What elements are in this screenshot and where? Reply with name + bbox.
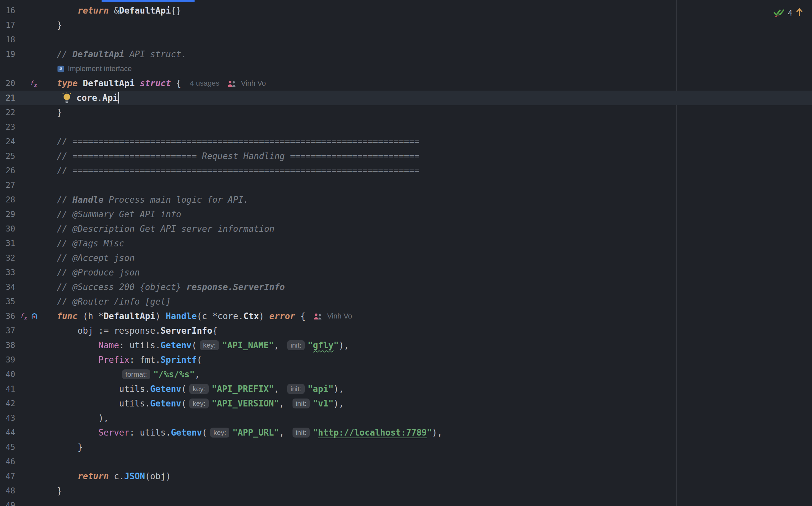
comment-token: // @Description Get API server informati… [57,224,274,234]
code-line[interactable]: 39 Prefix: fmt.Sprintf( [0,352,812,367]
code-line[interactable]: 40 format:"/%s/%s", [0,367,812,382]
code-text: format:"/%s/%s", [57,369,200,380]
line-number[interactable]: 26 [0,163,15,178]
function-token: Getenv [150,399,181,408]
gutter-icons: fx [18,76,39,91]
code-line[interactable]: 34// @Success 200 {object} response.Serv… [0,280,812,294]
code-text: } [57,20,62,30]
code-text: obj := response.ServerInfo{ [57,326,217,336]
line-number[interactable]: 25 [0,149,15,163]
code-line[interactable]: 32// @Accept json [0,251,812,265]
line-number[interactable]: 40 [0,367,15,382]
code-line[interactable]: 19// DefaultApi API struct. [0,47,812,62]
code-line[interactable]: 36fxfunc (h *DefaultApi) Handle(c *core.… [0,309,812,323]
comment-token: // [57,195,72,205]
implements-gutter-icon[interactable] [30,312,39,320]
line-number[interactable]: 16 [0,3,15,18]
line-number[interactable]: 33 [0,265,15,280]
line-number[interactable]: 43 [0,411,15,425]
line-number[interactable]: 49 [0,498,15,506]
line-number[interactable]: 18 [0,32,15,47]
line-number[interactable]: 37 [0,323,15,338]
code-line[interactable]: 23 [0,120,812,134]
code-text: Server: utils.Getenv(key:"APP_URL", init… [57,428,442,437]
line-number[interactable]: 31 [0,236,15,251]
code-token: , [279,428,289,437]
line-number[interactable]: 48 [0,484,15,498]
line-number[interactable]: 30 [0,222,15,236]
code-line[interactable]: 22} [0,105,812,120]
code-line[interactable]: 33// @Produce json [0,265,812,280]
author-inlay-hint[interactable]: Vinh Vo [327,312,352,321]
line-number[interactable]: 45 [0,440,15,454]
string-token: " [334,340,339,350]
function-gutter-icon[interactable]: fx [19,312,28,321]
line-number[interactable]: 38 [0,338,15,352]
code-line[interactable]: 41 utils.Getenv(key:"API_PREFIX", init:"… [0,382,812,396]
code-editor: 16 return &DefaultApi{}17}1819// Default… [0,0,812,506]
line-number[interactable]: 34 [0,280,15,294]
code-token: ( [197,355,202,365]
code-line[interactable]: 25// ======================== Request Ha… [0,149,812,163]
code-line[interactable]: 37 obj := response.ServerInfo{ [0,323,812,338]
line-number[interactable]: 36 [0,309,15,323]
code-line[interactable]: 46 [0,454,812,469]
line-number[interactable] [0,62,15,76]
code-line[interactable]: 17} [0,18,812,32]
intention-bulb-icon[interactable] [62,92,72,104]
line-number[interactable]: 27 [0,178,15,192]
line-number[interactable]: 20 [0,76,15,91]
inspections-widget[interactable]: 4 [773,7,804,18]
author-inlay-hint[interactable]: Vinh Vo [241,79,266,88]
code-line[interactable]: 26// ===================================… [0,163,812,178]
code-line[interactable]: 43 ), [0,411,812,425]
code-line[interactable]: 44 Server: utils.Getenv(key:"APP_URL", i… [0,425,812,440]
line-number[interactable]: 28 [0,192,15,207]
line-number[interactable]: 46 [0,454,15,469]
line-number[interactable]: 39 [0,352,15,367]
code-line[interactable]: 45 } [0,440,812,454]
code-text: return c.JSON(obj) [57,471,171,481]
line-number[interactable]: 35 [0,294,15,309]
code-line[interactable]: 20fxtype DefaultApi struct {4 usagesVinh… [0,76,812,91]
line-number[interactable]: 22 [0,105,15,120]
comment-token: // ======================== Request Hand… [57,151,420,161]
line-number[interactable]: 32 [0,251,15,265]
line-number[interactable]: 47 [0,469,15,484]
implement-interface-icon[interactable] [57,65,65,73]
code-line[interactable]: 27 [0,178,812,192]
code-line[interactable]: 24// ===================================… [0,134,812,149]
code-token: , [274,384,284,394]
code-line[interactable]: 30// @Description Get API server informa… [0,222,812,236]
usages-inlay-hint[interactable]: 4 usages [190,79,219,88]
line-number[interactable]: 42 [0,396,15,411]
code-line[interactable]: 48} [0,484,812,498]
author-people-icon [227,80,236,87]
code-line[interactable]: 35// @Router /info [get] [0,294,812,309]
line-number[interactable]: 29 [0,207,15,222]
code-line[interactable]: 47 return c.JSON(obj) [0,469,812,484]
code-vision-hint[interactable]: Implement interface [68,65,132,73]
code-vision-row[interactable]: Implement interface [0,62,812,76]
code-text: } [57,486,62,496]
function-gutter-icon[interactable]: fx [29,79,39,88]
code-line[interactable]: 21core.Api [0,91,812,105]
code-line[interactable]: 31// @Tags Misc [0,236,812,251]
line-number[interactable]: 19 [0,47,15,62]
scroll-up-arrow-icon[interactable] [795,7,804,18]
code-line[interactable]: 16 return &DefaultApi{} [0,3,812,18]
line-number[interactable]: 17 [0,18,15,32]
code-line[interactable]: 29// @Summary Get API info [0,207,812,222]
code-line[interactable]: 38 Name: utils.Getenv(key:"API_NAME", in… [0,338,812,352]
code-line[interactable]: 28// Handle Process main logic for API. [0,192,812,207]
line-number[interactable]: 44 [0,425,15,440]
code-line[interactable]: 18 [0,32,812,47]
line-number[interactable]: 24 [0,134,15,149]
code-text: } [57,442,83,452]
line-number[interactable]: 41 [0,382,15,396]
code-line[interactable]: 49 [0,498,812,506]
line-number[interactable]: 21 [0,91,15,105]
line-number[interactable]: 23 [0,120,15,134]
comment-token: // @Success 200 {object} [57,282,186,292]
code-line[interactable]: 42 utils.Getenv(key:"API_VERSION", init:… [0,396,812,411]
